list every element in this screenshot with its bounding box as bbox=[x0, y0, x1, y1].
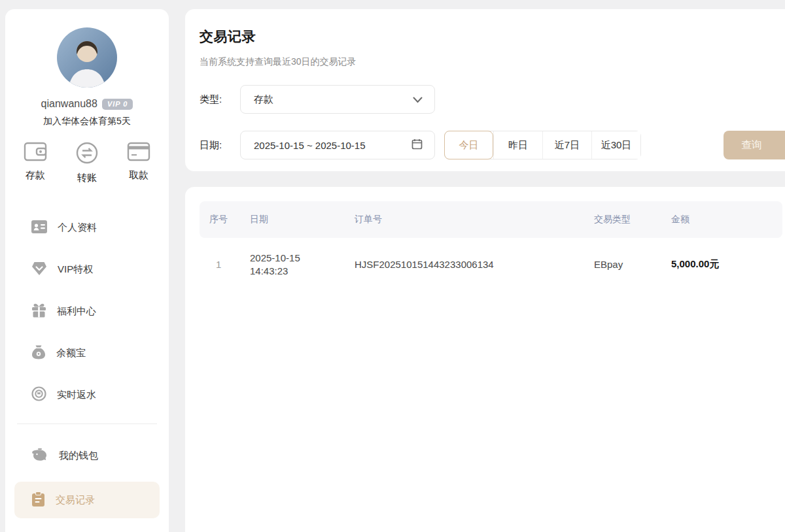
sidebar-item-rebate[interactable]: 实时返水 bbox=[5, 374, 169, 416]
type-select[interactable]: 存款 bbox=[240, 85, 435, 114]
sidebar-item-label: 余额宝 bbox=[56, 347, 86, 359]
sidebar-item-label: 实时返水 bbox=[57, 389, 96, 401]
quick-date-group: 今日 昨日 近7日 近30日 bbox=[444, 131, 641, 159]
table-row: 1 2025-10-15 14:43:23 HJSF20251015144323… bbox=[200, 238, 782, 291]
sidebar-item-yuebao[interactable]: 余额宝 bbox=[5, 332, 169, 374]
username: qianwanu88 bbox=[41, 98, 97, 110]
transfer-icon bbox=[76, 142, 98, 167]
search-button[interactable]: 查询 bbox=[724, 131, 785, 159]
records-table-card: 序号 日期 订单号 交易类型 金额 1 2025-10-15 14:43:23 … bbox=[185, 187, 785, 532]
user-sidebar: qianwanu88 VIP 0 加入华体会体育第5天 存款 转账 bbox=[5, 9, 169, 532]
sidebar-item-benefits[interactable]: 福利中心 bbox=[5, 290, 169, 332]
type-label: 类型: bbox=[200, 93, 240, 106]
deposit-label: 存款 bbox=[26, 169, 45, 182]
quick-actions: 存款 转账 取款 bbox=[5, 142, 169, 184]
row-index: 1 bbox=[209, 259, 250, 270]
row-datetime: 2025-10-15 14:43:23 bbox=[250, 252, 355, 276]
row-order-no: HJSF202510151443233006134 bbox=[355, 259, 594, 270]
sidebar-item-label: 交易记录 bbox=[56, 494, 95, 507]
row-type: EBpay bbox=[594, 259, 671, 270]
filters-card: 交易记录 当前系统支持查询最近30日的交易记录 类型: 存款 日期: 2025-… bbox=[185, 9, 785, 171]
type-filter-row: 类型: 存款 bbox=[200, 85, 785, 114]
sidebar-menu: 个人资料 VIP特权 福利中心 bbox=[5, 207, 169, 518]
transfer-label: 转账 bbox=[77, 172, 97, 184]
sidebar-item-label: VIP特权 bbox=[58, 263, 93, 276]
date-label: 日期: bbox=[200, 139, 240, 152]
row-date: 2025-10-15 bbox=[250, 252, 355, 263]
table-header-row: 序号 日期 订单号 交易类型 金额 bbox=[200, 201, 782, 238]
id-card-icon bbox=[31, 220, 47, 235]
sidebar-item-profile[interactable]: 个人资料 bbox=[5, 207, 169, 248]
row-time: 14:43:23 bbox=[250, 265, 355, 276]
page-title: 交易记录 bbox=[200, 27, 785, 46]
avatar[interactable] bbox=[57, 27, 117, 88]
quick-range-today[interactable]: 今日 bbox=[444, 131, 493, 159]
type-select-value: 存款 bbox=[254, 93, 413, 106]
withdraw-action[interactable]: 取款 bbox=[127, 142, 150, 184]
withdraw-label: 取款 bbox=[129, 169, 148, 182]
gift-icon bbox=[31, 303, 46, 320]
deposit-action[interactable]: 存款 bbox=[24, 142, 47, 184]
vip-icon bbox=[31, 261, 47, 277]
col-header-index: 序号 bbox=[209, 214, 250, 225]
deposit-wallet-icon bbox=[24, 142, 47, 164]
calendar-icon bbox=[411, 139, 423, 152]
col-header-type: 交易类型 bbox=[594, 214, 671, 225]
piggy-bank-icon bbox=[31, 448, 48, 464]
money-bag-icon bbox=[31, 344, 46, 361]
chevron-down-icon bbox=[413, 94, 423, 105]
col-header-order: 订单号 bbox=[355, 214, 594, 225]
transfer-action[interactable]: 转账 bbox=[76, 142, 98, 184]
date-range-value: 2025-10-15 ~ 2025-10-15 bbox=[254, 140, 411, 151]
withdraw-card-icon bbox=[127, 142, 150, 164]
sidebar-divider bbox=[17, 424, 157, 424]
quick-range-7days[interactable]: 近7日 bbox=[542, 131, 591, 159]
sidebar-item-wallet[interactable]: 我的钱包 bbox=[5, 435, 169, 476]
row-amount: 5,000.00元 bbox=[671, 258, 782, 271]
sidebar-item-label: 个人资料 bbox=[58, 222, 97, 234]
rebate-coin-icon bbox=[31, 386, 46, 403]
sidebar-item-transaction-records[interactable]: 交易记录 bbox=[14, 482, 160, 518]
records-icon bbox=[31, 491, 45, 508]
sidebar-item-label: 我的钱包 bbox=[59, 450, 98, 462]
sidebar-item-vip[interactable]: VIP特权 bbox=[5, 248, 169, 290]
join-days-text: 加入华体会体育第5天 bbox=[5, 116, 169, 127]
col-header-amount: 金额 bbox=[671, 214, 782, 225]
date-filter-row: 日期: 2025-10-15 ~ 2025-10-15 今日 昨日 近7日 近3… bbox=[200, 131, 785, 159]
date-range-input[interactable]: 2025-10-15 ~ 2025-10-15 bbox=[240, 131, 435, 159]
quick-range-yesterday[interactable]: 昨日 bbox=[493, 131, 542, 159]
sidebar-item-label: 福利中心 bbox=[57, 305, 96, 318]
vip-badge: VIP 0 bbox=[102, 99, 133, 110]
quick-range-30days[interactable]: 近30日 bbox=[591, 131, 640, 159]
page-subtitle: 当前系统支持查询最近30日的交易记录 bbox=[200, 56, 785, 68]
col-header-date: 日期 bbox=[250, 214, 355, 225]
